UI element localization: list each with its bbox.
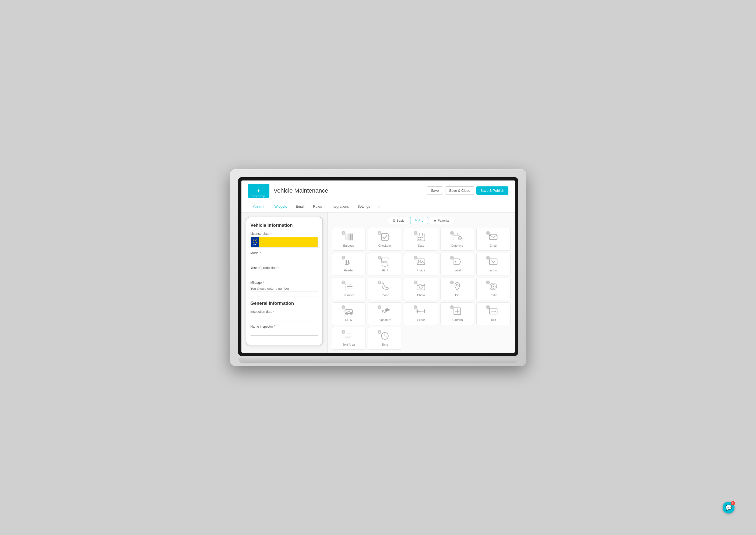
svg-rect-48 (345, 310, 353, 313)
widget-radio[interactable]: i Radio (476, 278, 510, 300)
main-content: Vehicle Information License plate * ★★★★… (242, 212, 515, 352)
radio-svg (488, 282, 498, 291)
screen-bezel: ✦ moreapp Vehicle Maintenance Save Save … (238, 177, 518, 356)
sidebar: ✦ moreapp (248, 184, 269, 198)
label-label: Label (453, 269, 461, 272)
widget-header[interactable]: i B Header (332, 253, 366, 275)
svg-rect-8 (352, 234, 353, 240)
inspector-input[interactable] (250, 329, 318, 336)
slider-icon: i (414, 306, 428, 317)
publish-button[interactable]: Save & Publish (476, 186, 508, 195)
widget-date[interactable]: i (404, 228, 438, 251)
label-icon: i (451, 256, 464, 267)
tab-basic[interactable]: ⊞ Basic (388, 217, 409, 224)
svg-rect-14 (419, 237, 420, 238)
tab-email[interactable]: Email (292, 201, 308, 212)
html-icon: i 5 (378, 256, 392, 267)
mileage-input[interactable] (250, 286, 318, 292)
datetime-svg (452, 232, 462, 242)
image-icon: i (414, 256, 428, 267)
year-field: Year of production * (250, 266, 318, 277)
form-phone-mock: Vehicle Information License plate * ★★★★… (246, 217, 323, 345)
chat-button[interactable]: 💬 3 (723, 502, 735, 514)
widget-email[interactable]: i Email (476, 228, 510, 251)
svg-rect-6 (350, 234, 351, 240)
svg-text:B: B (345, 258, 350, 266)
widget-label[interactable]: i Label (440, 253, 474, 275)
text-svg (488, 306, 498, 316)
page-title: Vehicle Maintenance (274, 187, 328, 194)
textarea-label: Text Area (343, 343, 355, 346)
svg-point-44 (456, 284, 458, 286)
widget-html[interactable]: i 5 Html (368, 253, 402, 275)
widget-slider[interactable]: i (404, 302, 438, 325)
widget-datetime[interactable]: i (440, 228, 474, 251)
header-actions: Save Save & Close Save & Publish (427, 186, 509, 195)
svg-point-47 (493, 286, 494, 287)
save-button[interactable]: Save (427, 186, 443, 195)
widget-time[interactable]: i Time (368, 327, 402, 350)
widgets-panel: ⊞ Basic ✎ Pro ★ Favorite (328, 212, 515, 352)
time-svg (380, 331, 390, 341)
basic-label: Basic (396, 219, 404, 222)
license-plate-input[interactable] (259, 238, 318, 246)
logo: ✦ moreapp (252, 188, 265, 198)
checkbox-label: Checkbox (378, 244, 392, 247)
inspector-label: Name inspector * (250, 325, 318, 328)
widget-textarea[interactable]: i Text Area (332, 327, 366, 350)
year-label: Year of production * (250, 266, 318, 270)
photo-svg (416, 282, 426, 291)
favorite-icon: ★ (434, 219, 437, 222)
svg-rect-1 (346, 234, 346, 240)
tab-pro[interactable]: ✎ Pro (410, 217, 428, 224)
number-svg: 1 2 3 (344, 282, 354, 291)
signature-label: Signature (379, 318, 391, 322)
widget-barcode[interactable]: i (332, 228, 366, 251)
widget-phone[interactable]: i Phone (368, 278, 402, 300)
tab-settings[interactable]: Settings (354, 201, 374, 212)
barcode-label: Barcode (343, 244, 354, 247)
widget-text[interactable]: i Text (476, 302, 510, 325)
tab-widgets[interactable]: Widgets (271, 201, 291, 212)
favorite-label: Favorite (438, 219, 449, 222)
svg-rect-18 (421, 239, 422, 239)
model-input[interactable] (250, 256, 318, 262)
vehicle-section-header: Vehicle Information (250, 223, 318, 228)
widget-image[interactable]: i Image (404, 253, 438, 275)
phone-label: Phone (381, 294, 389, 297)
eu-stars: ★★★★ ★★★★ (253, 238, 257, 243)
svg-rect-15 (421, 237, 422, 238)
laptop-base (238, 358, 518, 363)
inspection-date-input[interactable] (250, 315, 318, 321)
widget-checkbox[interactable]: i Checkbox (368, 228, 402, 251)
license-plate-container: ★★★★ ★★★★ NL (250, 237, 318, 247)
cancel-button[interactable]: ← Cancel (246, 202, 268, 211)
screen: ✦ moreapp Vehicle Maintenance Save Save … (242, 181, 515, 352)
tab-rules[interactable]: Rules (309, 201, 326, 212)
widget-subform[interactable]: i Subform (440, 302, 474, 325)
collapse-icon[interactable]: ‹ (376, 202, 382, 211)
phone-svg (380, 282, 390, 291)
tab-favorite[interactable]: ★ Favorite (429, 217, 454, 224)
widget-rdw[interactable]: i RDW (332, 302, 366, 325)
widget-number[interactable]: i 1 2 3 (332, 278, 366, 300)
inspection-date-label: Inspection date * (250, 310, 318, 314)
form-preview-panel: Vehicle Information License plate * ★★★★… (242, 212, 328, 352)
widget-signature[interactable]: i Signature (368, 302, 402, 325)
email-label: Email (490, 244, 497, 247)
save-close-button[interactable]: Save & Close (445, 186, 475, 195)
label-svg (452, 257, 462, 267)
widget-photo[interactable]: i Photo (404, 278, 438, 300)
widget-pin[interactable]: i Pin (440, 278, 474, 300)
svg-rect-5 (349, 234, 350, 240)
barcode-icon: i (342, 232, 356, 242)
app: ✦ moreapp Vehicle Maintenance Save Save … (242, 181, 515, 352)
year-input[interactable] (250, 271, 318, 277)
inspection-date-field: Inspection date * (250, 310, 318, 321)
widget-lookup[interactable]: i Lookup (476, 253, 510, 275)
tab-integrations[interactable]: Integrations (327, 201, 353, 212)
svg-rect-59 (417, 310, 418, 312)
textarea-svg (344, 331, 354, 341)
date-svg (416, 232, 426, 242)
svg-rect-35 (490, 259, 497, 265)
